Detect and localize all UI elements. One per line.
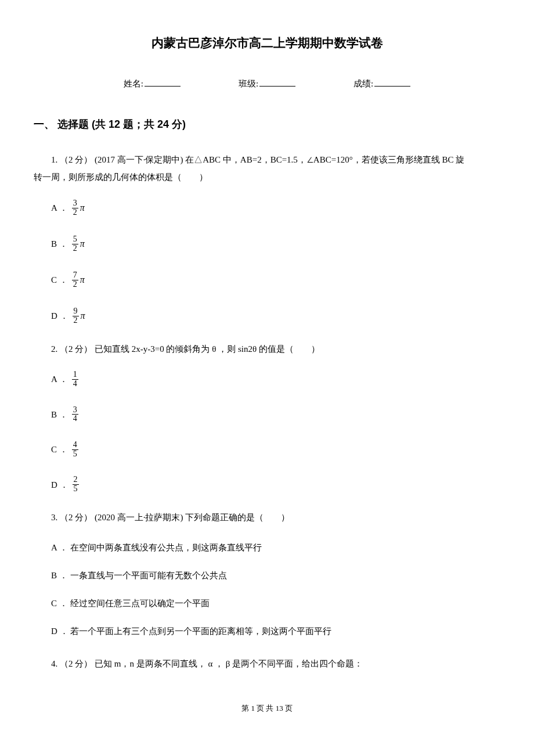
denominator: 2 (72, 208, 78, 217)
q3-option-d: D ． 若一个平面上有三个点到另一个平面的距离相等，则这两个平面平行 (51, 622, 500, 640)
page-footer: 第 1 页 共 13 页 (34, 701, 500, 715)
q3-options: A ． 在空间中两条直线没有公共点，则这两条直线平行 B ． 一条直线与一个平面… (51, 539, 500, 640)
question-2: 2. （2 分） 已知直线 2x‐y‐3=0 的倾斜角为 θ ，则 sin2θ … (34, 340, 500, 494)
q1-options: A ． 3 2 π B ． 5 2 π C ． 7 2 π D ． (51, 199, 500, 325)
pi-symbol: π (80, 271, 85, 289)
q2-text: 2. （2 分） 已知直线 2x‐y‐3=0 的倾斜角为 θ ，则 sin2θ … (51, 340, 500, 358)
denominator: 4 (72, 415, 78, 423)
fraction: 9 2 (73, 307, 79, 325)
name-field: 姓名: (124, 76, 181, 92)
numerator: 4 (72, 441, 78, 450)
score-label: 成绩: (353, 76, 373, 92)
fraction: 1 4 (72, 370, 78, 388)
class-field: 班级: (239, 76, 295, 92)
denominator: 5 (72, 450, 78, 459)
q3-option-b: B ． 一条直线与一个平面可能有无数个公共点 (51, 567, 500, 584)
q2-options: A ． 1 4 B ． 3 4 C ． 4 5 D ． 2 5 (51, 370, 500, 494)
numerator: 5 (72, 235, 78, 244)
denominator: 4 (72, 380, 78, 388)
q1-text-line1: 1. （2 分） (2017 高一下·保定期中) 在△ABC 中，AB=2，BC… (51, 151, 500, 168)
class-label: 班级: (239, 76, 258, 92)
section-header: 一、 选择题 (共 12 题；共 24 分) (34, 115, 500, 134)
numerator: 1 (72, 370, 78, 380)
option-label: D ． (51, 476, 68, 494)
student-info-row: 姓名: 班级: 成绩: (34, 76, 500, 92)
q3-option-c: C ． 经过空间任意三点可以确定一个平面 (51, 595, 500, 612)
numerator: 9 (73, 307, 79, 316)
q2-option-b: B ． 3 4 (51, 406, 500, 423)
fraction: 7 2 (72, 271, 78, 289)
pi-symbol: π (80, 199, 85, 217)
q4-text: 4. （2 分） 已知 m，n 是两条不同直线， α ， β 是两个不同平面，给… (51, 655, 500, 672)
denominator: 2 (73, 316, 79, 325)
q3-option-a: A ． 在空间中两条直线没有公共点，则这两条直线平行 (51, 539, 500, 556)
q1-text-line2: 转一周，则所形成的几何体的体积是（ ） (34, 168, 500, 186)
pi-symbol: π (80, 235, 85, 253)
fraction: 3 2 (72, 199, 78, 217)
fraction: 2 5 (73, 476, 79, 493)
pi-symbol: π (81, 307, 85, 325)
denominator: 5 (73, 485, 79, 494)
option-label: B ． (51, 235, 68, 253)
option-label: A ． (51, 199, 68, 217)
class-blank (259, 77, 295, 87)
numerator: 3 (72, 406, 78, 415)
numerator: 3 (72, 199, 78, 208)
q2-option-c: C ． 4 5 (51, 441, 500, 458)
q1-option-c: C ． 7 2 π (51, 271, 500, 289)
denominator: 2 (72, 280, 78, 289)
fraction: 3 4 (72, 406, 78, 423)
question-3: 3. （2 分） (2020 高一上·拉萨期末) 下列命题正确的是（ ） A ．… (34, 509, 500, 640)
fraction: 5 2 (72, 235, 78, 253)
option-label: C ． (51, 441, 68, 458)
option-label: C ． (51, 271, 68, 289)
score-field: 成绩: (353, 76, 410, 92)
option-label: B ． (51, 406, 68, 423)
q2-option-a: A ． 1 4 (51, 370, 500, 388)
numerator: 2 (73, 476, 79, 485)
q3-text: 3. （2 分） (2020 高一上·拉萨期末) 下列命题正确的是（ ） (51, 509, 500, 526)
page-title: 内蒙古巴彦淖尔市高二上学期期中数学试卷 (34, 32, 500, 54)
option-label: D ． (51, 307, 68, 325)
numerator: 7 (72, 271, 78, 280)
q1-option-b: B ． 5 2 π (51, 235, 500, 253)
fraction: 4 5 (72, 441, 78, 458)
question-4: 4. （2 分） 已知 m，n 是两条不同直线， α ， β 是两个不同平面，给… (34, 655, 500, 672)
score-blank (374, 77, 410, 87)
q1-option-d: D ． 9 2 π (51, 307, 500, 325)
q1-option-a: A ． 3 2 π (51, 199, 500, 217)
option-label: A ． (51, 370, 68, 388)
name-blank (145, 77, 181, 87)
denominator: 2 (72, 244, 78, 253)
name-label: 姓名: (124, 76, 143, 92)
question-1: 1. （2 分） (2017 高一下·保定期中) 在△ABC 中，AB=2，BC… (34, 151, 500, 325)
q2-option-d: D ． 2 5 (51, 476, 500, 493)
